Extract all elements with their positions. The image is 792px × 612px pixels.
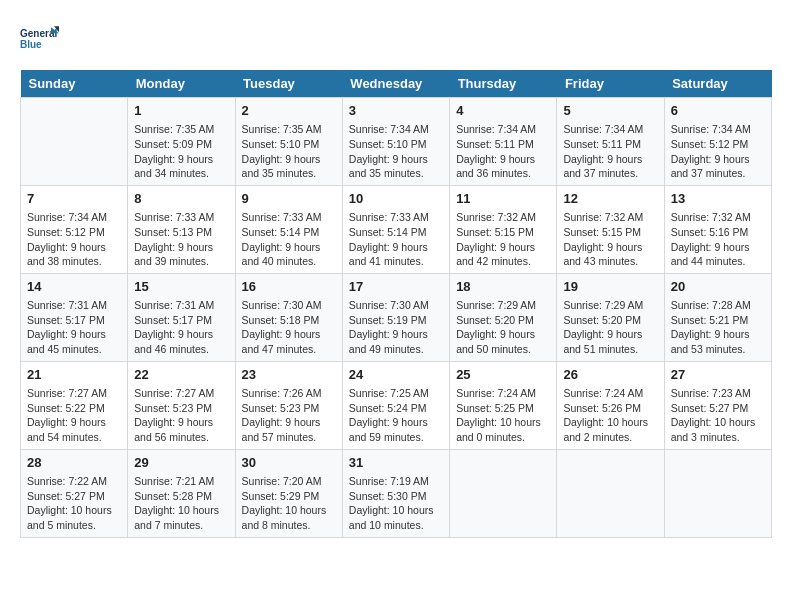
day-number: 13: [671, 190, 765, 208]
calendar-cell: 8Sunrise: 7:33 AM Sunset: 5:13 PM Daylig…: [128, 185, 235, 273]
logo-icon: GeneralBlue: [20, 20, 60, 60]
day-info: Sunrise: 7:35 AM Sunset: 5:09 PM Dayligh…: [134, 122, 228, 181]
calendar-cell: 30Sunrise: 7:20 AM Sunset: 5:29 PM Dayli…: [235, 449, 342, 537]
calendar-header-row: SundayMondayTuesdayWednesdayThursdayFrid…: [21, 70, 772, 98]
day-info: Sunrise: 7:32 AM Sunset: 5:15 PM Dayligh…: [563, 210, 657, 269]
day-info: Sunrise: 7:33 AM Sunset: 5:14 PM Dayligh…: [242, 210, 336, 269]
day-number: 18: [456, 278, 550, 296]
calendar-cell: 10Sunrise: 7:33 AM Sunset: 5:14 PM Dayli…: [342, 185, 449, 273]
day-info: Sunrise: 7:31 AM Sunset: 5:17 PM Dayligh…: [27, 298, 121, 357]
day-info: Sunrise: 7:34 AM Sunset: 5:11 PM Dayligh…: [456, 122, 550, 181]
day-info: Sunrise: 7:33 AM Sunset: 5:14 PM Dayligh…: [349, 210, 443, 269]
week-row-4: 21Sunrise: 7:27 AM Sunset: 5:22 PM Dayli…: [21, 361, 772, 449]
calendar-cell: 29Sunrise: 7:21 AM Sunset: 5:28 PM Dayli…: [128, 449, 235, 537]
calendar-cell: 6Sunrise: 7:34 AM Sunset: 5:12 PM Daylig…: [664, 98, 771, 186]
day-info: Sunrise: 7:24 AM Sunset: 5:26 PM Dayligh…: [563, 386, 657, 445]
svg-text:Blue: Blue: [20, 39, 42, 50]
calendar-cell: 21Sunrise: 7:27 AM Sunset: 5:22 PM Dayli…: [21, 361, 128, 449]
day-info: Sunrise: 7:22 AM Sunset: 5:27 PM Dayligh…: [27, 474, 121, 533]
calendar-cell: 15Sunrise: 7:31 AM Sunset: 5:17 PM Dayli…: [128, 273, 235, 361]
calendar-cell: 5Sunrise: 7:34 AM Sunset: 5:11 PM Daylig…: [557, 98, 664, 186]
day-info: Sunrise: 7:35 AM Sunset: 5:10 PM Dayligh…: [242, 122, 336, 181]
header: GeneralBlue: [20, 20, 772, 60]
day-number: 31: [349, 454, 443, 472]
day-info: Sunrise: 7:34 AM Sunset: 5:11 PM Dayligh…: [563, 122, 657, 181]
day-number: 20: [671, 278, 765, 296]
calendar-cell: [450, 449, 557, 537]
day-number: 22: [134, 366, 228, 384]
calendar-cell: 12Sunrise: 7:32 AM Sunset: 5:15 PM Dayli…: [557, 185, 664, 273]
day-number: 5: [563, 102, 657, 120]
day-number: 3: [349, 102, 443, 120]
day-info: Sunrise: 7:31 AM Sunset: 5:17 PM Dayligh…: [134, 298, 228, 357]
day-number: 24: [349, 366, 443, 384]
column-header-friday: Friday: [557, 70, 664, 98]
column-header-wednesday: Wednesday: [342, 70, 449, 98]
day-number: 23: [242, 366, 336, 384]
day-number: 19: [563, 278, 657, 296]
calendar-cell: 25Sunrise: 7:24 AM Sunset: 5:25 PM Dayli…: [450, 361, 557, 449]
day-info: Sunrise: 7:32 AM Sunset: 5:15 PM Dayligh…: [456, 210, 550, 269]
day-number: 12: [563, 190, 657, 208]
column-header-sunday: Sunday: [21, 70, 128, 98]
week-row-2: 7Sunrise: 7:34 AM Sunset: 5:12 PM Daylig…: [21, 185, 772, 273]
day-info: Sunrise: 7:20 AM Sunset: 5:29 PM Dayligh…: [242, 474, 336, 533]
day-number: 26: [563, 366, 657, 384]
calendar-cell: 17Sunrise: 7:30 AM Sunset: 5:19 PM Dayli…: [342, 273, 449, 361]
day-info: Sunrise: 7:27 AM Sunset: 5:22 PM Dayligh…: [27, 386, 121, 445]
day-number: 11: [456, 190, 550, 208]
calendar-cell: 24Sunrise: 7:25 AM Sunset: 5:24 PM Dayli…: [342, 361, 449, 449]
column-header-thursday: Thursday: [450, 70, 557, 98]
week-row-1: 1Sunrise: 7:35 AM Sunset: 5:09 PM Daylig…: [21, 98, 772, 186]
day-info: Sunrise: 7:34 AM Sunset: 5:10 PM Dayligh…: [349, 122, 443, 181]
week-row-5: 28Sunrise: 7:22 AM Sunset: 5:27 PM Dayli…: [21, 449, 772, 537]
day-number: 9: [242, 190, 336, 208]
calendar-table: SundayMondayTuesdayWednesdayThursdayFrid…: [20, 70, 772, 538]
day-info: Sunrise: 7:33 AM Sunset: 5:13 PM Dayligh…: [134, 210, 228, 269]
calendar-cell: 7Sunrise: 7:34 AM Sunset: 5:12 PM Daylig…: [21, 185, 128, 273]
day-info: Sunrise: 7:28 AM Sunset: 5:21 PM Dayligh…: [671, 298, 765, 357]
day-number: 29: [134, 454, 228, 472]
calendar-cell: 16Sunrise: 7:30 AM Sunset: 5:18 PM Dayli…: [235, 273, 342, 361]
column-header-monday: Monday: [128, 70, 235, 98]
day-number: 7: [27, 190, 121, 208]
day-number: 8: [134, 190, 228, 208]
day-number: 28: [27, 454, 121, 472]
day-info: Sunrise: 7:32 AM Sunset: 5:16 PM Dayligh…: [671, 210, 765, 269]
day-info: Sunrise: 7:19 AM Sunset: 5:30 PM Dayligh…: [349, 474, 443, 533]
week-row-3: 14Sunrise: 7:31 AM Sunset: 5:17 PM Dayli…: [21, 273, 772, 361]
calendar-cell: 2Sunrise: 7:35 AM Sunset: 5:10 PM Daylig…: [235, 98, 342, 186]
calendar-cell: 22Sunrise: 7:27 AM Sunset: 5:23 PM Dayli…: [128, 361, 235, 449]
day-info: Sunrise: 7:24 AM Sunset: 5:25 PM Dayligh…: [456, 386, 550, 445]
day-number: 4: [456, 102, 550, 120]
calendar-cell: 31Sunrise: 7:19 AM Sunset: 5:30 PM Dayli…: [342, 449, 449, 537]
calendar-cell: 23Sunrise: 7:26 AM Sunset: 5:23 PM Dayli…: [235, 361, 342, 449]
day-number: 15: [134, 278, 228, 296]
column-header-saturday: Saturday: [664, 70, 771, 98]
day-number: 27: [671, 366, 765, 384]
column-header-tuesday: Tuesday: [235, 70, 342, 98]
day-number: 25: [456, 366, 550, 384]
calendar-cell: 19Sunrise: 7:29 AM Sunset: 5:20 PM Dayli…: [557, 273, 664, 361]
calendar-cell: 18Sunrise: 7:29 AM Sunset: 5:20 PM Dayli…: [450, 273, 557, 361]
day-info: Sunrise: 7:21 AM Sunset: 5:28 PM Dayligh…: [134, 474, 228, 533]
calendar-cell: 4Sunrise: 7:34 AM Sunset: 5:11 PM Daylig…: [450, 98, 557, 186]
day-info: Sunrise: 7:23 AM Sunset: 5:27 PM Dayligh…: [671, 386, 765, 445]
day-info: Sunrise: 7:29 AM Sunset: 5:20 PM Dayligh…: [563, 298, 657, 357]
day-number: 2: [242, 102, 336, 120]
calendar-cell: [557, 449, 664, 537]
day-info: Sunrise: 7:34 AM Sunset: 5:12 PM Dayligh…: [671, 122, 765, 181]
calendar-cell: 26Sunrise: 7:24 AM Sunset: 5:26 PM Dayli…: [557, 361, 664, 449]
calendar-cell: [21, 98, 128, 186]
calendar-cell: 3Sunrise: 7:34 AM Sunset: 5:10 PM Daylig…: [342, 98, 449, 186]
day-number: 6: [671, 102, 765, 120]
calendar-cell: 14Sunrise: 7:31 AM Sunset: 5:17 PM Dayli…: [21, 273, 128, 361]
day-number: 30: [242, 454, 336, 472]
day-info: Sunrise: 7:27 AM Sunset: 5:23 PM Dayligh…: [134, 386, 228, 445]
day-info: Sunrise: 7:25 AM Sunset: 5:24 PM Dayligh…: [349, 386, 443, 445]
calendar-cell: [664, 449, 771, 537]
day-info: Sunrise: 7:30 AM Sunset: 5:19 PM Dayligh…: [349, 298, 443, 357]
day-number: 14: [27, 278, 121, 296]
day-number: 21: [27, 366, 121, 384]
day-info: Sunrise: 7:30 AM Sunset: 5:18 PM Dayligh…: [242, 298, 336, 357]
